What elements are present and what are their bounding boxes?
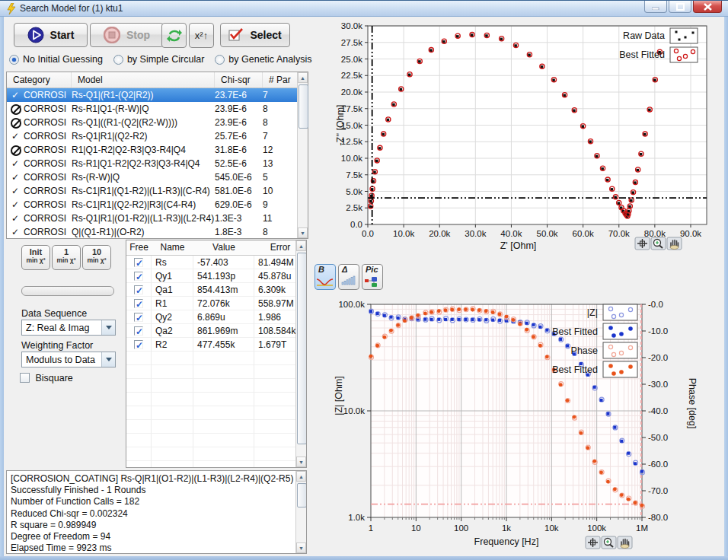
titlebar[interactable]: Search Model for (1) ktu1 [0, 0, 728, 17]
svg-text:-80.0: -80.0 [648, 513, 668, 522]
check-icon: ✓ [7, 225, 24, 239]
status-scrollbar[interactable]: ▲ ▼ [295, 471, 306, 553]
status-line: [CORROSION_COATING] Rs-Q|R1|(O1-R2)|(L1-… [7, 473, 306, 485]
free-cell [126, 338, 152, 352]
checkbox-check-icon [228, 27, 244, 43]
param-value[interactable]: -57.403 [193, 256, 254, 269]
bode-x-axis-label: Frequency [Hz] [474, 536, 539, 547]
pan-tool[interactable] [618, 536, 632, 549]
scroll-up-arrow[interactable]: ▲ [298, 72, 308, 83]
radio-option-0[interactable]: No Initial Guessing [9, 54, 103, 65]
param-name: Qy1 [152, 269, 193, 283]
scroll-down-arrow[interactable]: ▼ [296, 457, 306, 467]
free-checkbox[interactable] [134, 258, 143, 267]
model-row[interactable]: CORROSIRs-Q1|((R1-(Q2|(R2-W))))23.9E-68 [7, 116, 308, 129]
zoom-tool[interactable] [651, 237, 666, 250]
svg-text:27.5k: 27.5k [341, 38, 362, 47]
scroll-thumb[interactable] [297, 483, 307, 508]
maximize-button[interactable] [669, 1, 691, 13]
min-chisqr-button-init[interactable]: Initmin χ² [21, 245, 50, 270]
radio-dot[interactable] [9, 55, 19, 65]
svg-text:20.0k: 20.0k [341, 88, 362, 97]
scroll-up-arrow[interactable]: ▲ [296, 471, 306, 482]
scroll-up-arrow[interactable]: ▲ [296, 240, 306, 251]
model-row[interactable]: CORROSIRs-R1|Q1-(R-W)|Q23.9E-68 [7, 102, 308, 116]
model-chisqr: 1.3E-3 [215, 212, 263, 225]
model-formula: Rs-C1|R1|(Q1-R2)|(L1-R3)|(C-R4) [72, 184, 215, 198]
column-header[interactable]: Category [7, 72, 72, 88]
graph-button-label: B [318, 265, 324, 274]
param-value[interactable]: 6.869u [193, 310, 254, 324]
graph-button-pic[interactable]: Pic [362, 264, 383, 290]
model-row[interactable]: ✓CORROSIRs-Q1|(R1-(Q2|R2))23.7E-67 [7, 88, 308, 102]
scroll-down-arrow[interactable]: ▼ [298, 228, 308, 238]
parameter-row: R2477.455k1.679T [126, 338, 306, 352]
scroll-down-arrow[interactable]: ▼ [296, 542, 306, 553]
graph-button-δ[interactable]: Δ [338, 264, 359, 290]
free-checkbox[interactable] [134, 340, 143, 349]
svg-text:90.0k: 90.0k [680, 229, 701, 238]
chevron-down-icon[interactable] [101, 320, 115, 335]
radio-option-1[interactable]: by Simple Circular [113, 54, 204, 65]
empty-row [126, 365, 306, 379]
weighting-factor-select[interactable]: Modulus to Data [21, 352, 116, 368]
model-formula: Rs-Q1|R1|(O1-R2)|(L1-R3)|(L2-R4) [72, 212, 215, 225]
svg-text:50.0k: 50.0k [536, 229, 557, 238]
model-row[interactable]: ✓CORROSIRs-C1|R1|(Q2-R2)|R3|(C4-R4)629.0… [7, 198, 308, 212]
zoom-tool[interactable] [602, 536, 616, 549]
model-row[interactable]: CORROSIR1|Q1-R2|Q2-R3|Q3-R4|Q431.8E-612 [7, 143, 308, 157]
stop-button[interactable]: Stop [90, 23, 164, 47]
model-row[interactable]: ✓CORROSIRs-Q1|R1|(Q2-R2)25.7E-67 [7, 129, 308, 143]
column-header[interactable]: Model [72, 72, 215, 88]
model-par-count: 12 [263, 143, 298, 157]
bisquare-checkbox[interactable] [20, 373, 30, 383]
min-chisqr-button-10[interactable]: 10min χ² [82, 245, 111, 270]
sort-chisqr-button[interactable]: x²↑ [189, 23, 214, 48]
model-row[interactable]: ✓CORROSIRs-Q1|R1|(O1-R2)|(L1-R3)|(L2-R4)… [7, 212, 308, 225]
model-formula: Q|(Q1-R1)|(O-R2) [72, 225, 215, 239]
model-row[interactable]: ✓CORROSIRs-(R-W)|Q545.0E-65 [7, 170, 308, 184]
model-table-scrollbar[interactable]: ▲ ▼ [297, 72, 308, 238]
parameter-table-scrollbar[interactable]: ▲ ▼ [295, 240, 306, 467]
radio-dot[interactable] [113, 55, 123, 65]
radio-dot[interactable] [215, 55, 225, 65]
free-checkbox[interactable] [134, 313, 143, 322]
free-checkbox[interactable] [134, 272, 143, 281]
scroll-thumb[interactable] [299, 84, 308, 129]
graph-button-b[interactable]: B [315, 264, 336, 290]
model-chisqr: 23.9E-6 [215, 102, 263, 116]
param-value[interactable]: 541.193p [193, 269, 254, 283]
crosshair-tool[interactable] [635, 237, 650, 250]
free-checkbox[interactable] [134, 299, 143, 308]
crosshair-tool[interactable] [586, 536, 600, 549]
model-par-count: 10 [263, 184, 298, 198]
empty-row [126, 406, 306, 420]
data-sequence-select[interactable]: Z: Real & Imag [21, 320, 116, 336]
svg-text:|Z|: |Z| [587, 307, 598, 318]
free-checkbox[interactable] [134, 285, 143, 294]
start-button[interactable]: Start [14, 23, 88, 47]
model-formula: Rs-Q1|((R1-(Q2|(R2-W)))) [72, 116, 215, 129]
model-row[interactable]: ✓CORROSIRs-C1|R1|(Q1-R2)|(L1-R3)|(C-R4)5… [7, 184, 308, 198]
column-header[interactable]: Chi-sqr [215, 72, 263, 88]
column-header[interactable]: # Par [263, 72, 298, 88]
free-checkbox[interactable] [134, 326, 143, 336]
model-row[interactable]: ✓CORROSIQ|(Q1-R1)|(O-R2)1.8E-38 [7, 225, 308, 239]
param-value[interactable]: 477.455k [193, 338, 254, 352]
model-par-count: 13 [263, 157, 298, 170]
chevron-down-icon[interactable] [101, 352, 115, 367]
refresh-models-button[interactable] [161, 23, 187, 48]
pan-tool[interactable] [667, 237, 682, 250]
model-row[interactable]: ✓CORROSIRs-R1|Q1-R2|Q2-R3|Q3-R4|Q452.5E-… [7, 157, 308, 170]
param-value[interactable]: 72.076k [193, 297, 254, 310]
radio-option-2[interactable]: by Genetic Analysis [215, 54, 311, 65]
minimize-button[interactable] [644, 1, 667, 13]
svg-text:100.0k: 100.0k [338, 300, 365, 309]
close-button[interactable] [693, 1, 722, 13]
param-value[interactable]: 854.413m [193, 283, 254, 297]
param-value[interactable]: 861.969m [193, 324, 254, 338]
scroll-thumb[interactable] [297, 253, 307, 444]
bisquare-option[interactable]: Bisquare [20, 373, 73, 383]
min-chisqr-button-1[interactable]: 1min χ² [52, 245, 81, 270]
select-button[interactable]: Select [220, 23, 290, 47]
